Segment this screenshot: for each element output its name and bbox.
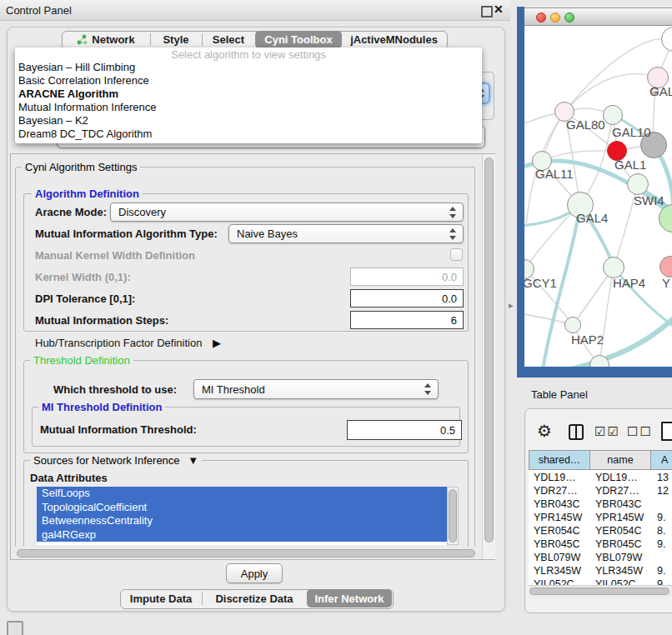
- which-threshold-combo[interactable]: MI Threshold: [193, 379, 439, 399]
- algorithm-option[interactable]: Bayesian – Hill Climbing: [15, 61, 482, 74]
- node-gal10[interactable]: [603, 105, 623, 125]
- deselect-all-checks-icon[interactable]: ☐☐: [627, 424, 653, 439]
- node-label: GAL1: [614, 158, 646, 172]
- which-threshold-label: Which threshold to use:: [53, 383, 177, 396]
- tab-select[interactable]: Select: [202, 31, 255, 48]
- zoom-traffic-light[interactable]: [564, 12, 574, 22]
- sources-group-title[interactable]: Sources for Network Inference ▼: [30, 454, 202, 467]
- tab-network-label: Network: [92, 33, 134, 46]
- mi-threshold-group-title: MI Threshold Definition: [38, 401, 165, 413]
- dpi-tolerance-field[interactable]: 0.0: [350, 289, 464, 308]
- tab-separator: [150, 33, 151, 46]
- algorithm-option[interactable]: Mutual Information Inference: [15, 101, 482, 114]
- control-panel-title: Control Panel: [6, 4, 72, 17]
- tab-cyni-toolbox-label: Cyni Toolbox: [264, 33, 332, 46]
- attribute-item[interactable]: TopologicalCoefficient: [37, 501, 447, 515]
- column-header-shared-label: shared…: [539, 454, 581, 466]
- sources-title-label: Sources for Network Inference: [33, 454, 180, 467]
- tab-infer-network-label: Infer Network: [314, 592, 384, 605]
- attribute-item[interactable]: SelfLoops: [37, 487, 447, 501]
- network-canvas[interactable]: GAL80 GAL10 GAL1 GAL11 SWI4 GAL4 GCY1 HA…: [524, 26, 672, 367]
- attributes-scrollbar[interactable]: [447, 487, 459, 545]
- close-icon[interactable]: ✕: [494, 2, 504, 16]
- node-label: GAL11: [535, 167, 574, 181]
- table-row[interactable]: YBL079W: [534, 552, 580, 563]
- node-label: HAP4: [613, 276, 645, 290]
- node-label-partial: Y: [662, 276, 670, 290]
- stepper-icon: [449, 207, 457, 218]
- tab-discretize-data-label: Discretize Data: [215, 592, 293, 605]
- tab-impute-data-label: Impute Data: [130, 592, 192, 605]
- gear-icon[interactable]: ⚙: [537, 421, 552, 441]
- algorithm-option-selected[interactable]: ARACNE Algorithm: [15, 88, 482, 101]
- tab-jactivemnodules[interactable]: jActiveMNodules: [342, 31, 446, 48]
- minimize-traffic-light[interactable]: [550, 12, 560, 22]
- settings-vertical-scrollbar[interactable]: [482, 154, 495, 559]
- table-row[interactable]: YPR145W: [534, 512, 582, 523]
- algorithm-option[interactable]: Basic Correlation Inference: [15, 74, 482, 88]
- algorithm-option[interactable]: Dream8 DC_TDC Algorithm: [15, 128, 482, 141]
- tab-network[interactable]: Network: [62, 31, 150, 48]
- manual-kernel-checkbox[interactable]: [450, 248, 463, 261]
- mi-threshold-field[interactable]: 0.5: [347, 420, 462, 440]
- column-header-name-label: name: [607, 454, 633, 466]
- table-row[interactable]: YER054C: [534, 525, 580, 537]
- bottom-tab-separator: [202, 592, 203, 605]
- table-row[interactable]: YLR345W: [534, 565, 581, 577]
- close-traffic-light[interactable]: [536, 12, 546, 22]
- table-row[interactable]: YBR043C: [534, 498, 580, 510]
- float-icon[interactable]: [481, 6, 493, 18]
- node-label: GAL10: [612, 125, 651, 139]
- select-all-checks-icon[interactable]: ☑☑: [594, 424, 620, 439]
- column-header-partial[interactable]: A: [650, 450, 672, 470]
- apply-button[interactable]: Apply: [226, 563, 283, 583]
- node-label: HAP2: [571, 332, 604, 347]
- tab-discretize-data[interactable]: Discretize Data: [202, 589, 307, 608]
- algorithm-option[interactable]: Bayesian – K2: [15, 114, 482, 128]
- mi-type-label: Mutual Information Algorithm Type:: [35, 228, 218, 240]
- table-row[interactable]: YDR27…: [534, 485, 578, 497]
- table-horizontal-scrollbar[interactable]: [529, 585, 672, 598]
- kernel-width-field[interactable]: 0.0: [350, 268, 464, 286]
- table-row[interactable]: YIL052C: [534, 578, 574, 585]
- data-attributes-list[interactable]: SelfLoops TopologicalCoefficient Between…: [37, 487, 447, 545]
- network-window-titlebar[interactable]: [524, 8, 672, 26]
- tab-cyni-toolbox[interactable]: Cyni Toolbox: [255, 31, 342, 48]
- node-swi4[interactable]: [627, 173, 649, 195]
- hub-definition-label: Hub/Transcription Factor Definition: [35, 337, 202, 349]
- collapse-down-icon: ▼: [188, 454, 198, 467]
- split-columns-icon[interactable]: [569, 424, 584, 440]
- table-body: YDL19… YDL19… 13 YDR27… YDR27… 12 YBR043…: [529, 470, 672, 585]
- aracne-mode-combo[interactable]: Discovery: [110, 202, 464, 222]
- mi-threshold-label: Mutual Information Threshold:: [40, 423, 197, 436]
- settings-horizontal-scrollbar[interactable]: [11, 547, 482, 559]
- manual-kernel-label: Manual Kernel Width Definition: [35, 249, 195, 262]
- splitter-arrow-icon[interactable]: ▸: [509, 301, 514, 310]
- apply-button-label: Apply: [241, 568, 268, 580]
- table-row[interactable]: YDL19…: [534, 472, 576, 483]
- node-hap2[interactable]: [564, 317, 581, 333]
- column-header-partial-label: A: [661, 454, 668, 466]
- tab-impute-data[interactable]: Impute Data: [120, 589, 202, 608]
- threshold-definition-title: Threshold Definition: [30, 354, 133, 367]
- data-attributes-label: Data Attributes: [30, 472, 108, 484]
- column-header-shared[interactable]: shared…: [529, 450, 590, 470]
- expand-right-icon: ▶: [213, 337, 221, 349]
- new-table-icon[interactable]: [661, 422, 672, 441]
- tab-jactivemnodules-label: jActiveMNodules: [350, 33, 438, 46]
- mi-type-combo[interactable]: Naive Bayes: [228, 224, 464, 243]
- attribute-item[interactable]: gal4RGexp: [37, 528, 447, 542]
- attribute-item[interactable]: BetweennessCentrality: [37, 514, 447, 528]
- network-window-border-bottom: [524, 367, 672, 378]
- tab-style[interactable]: Style: [150, 31, 202, 48]
- stepper-icon: [449, 228, 457, 240]
- mi-steps-field[interactable]: 6: [350, 311, 464, 329]
- mi-steps-label: Mutual Information Steps:: [35, 314, 168, 327]
- hub-definition-toggle[interactable]: Hub/Transcription Factor Definition ▶: [35, 337, 221, 349]
- table-row[interactable]: YBR045C: [534, 538, 580, 550]
- dpi-tolerance-label: DPI Tolerance [0,1]:: [35, 292, 135, 305]
- collapsed-panel-icon[interactable]: [7, 621, 23, 635]
- tab-infer-network[interactable]: Infer Network: [307, 589, 392, 608]
- column-header-name[interactable]: name: [589, 450, 651, 470]
- algorithm-popup: Select algorithm to view settings Bayesi…: [15, 48, 482, 143]
